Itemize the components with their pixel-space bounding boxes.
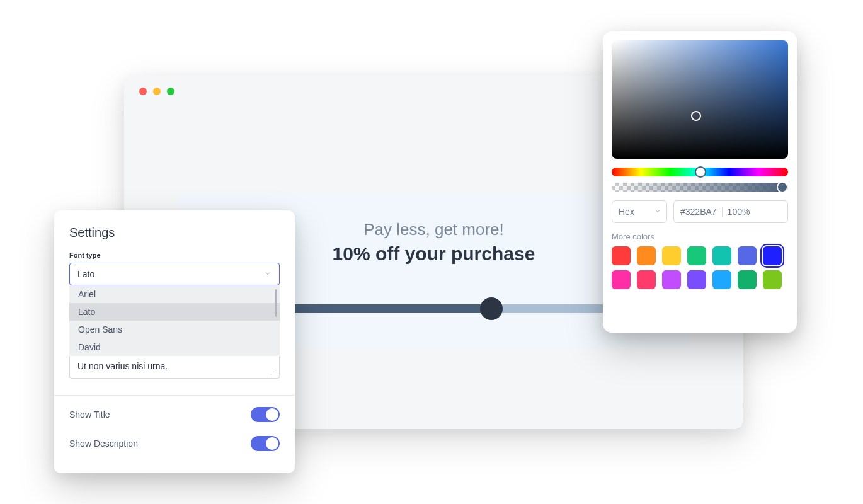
textarea-text: Ut non varius nisi urna. xyxy=(77,361,168,371)
swatch-orange[interactable] xyxy=(637,246,656,265)
font-select[interactable]: Lato xyxy=(69,263,280,285)
chevron-down-icon xyxy=(654,207,661,217)
color-format-select[interactable]: Hex xyxy=(612,200,667,223)
traffic-lights xyxy=(139,88,174,95)
minimize-window-icon[interactable] xyxy=(153,88,161,95)
font-option-david[interactable]: David xyxy=(69,338,280,356)
show-description-toggle[interactable] xyxy=(251,436,280,451)
font-option-lato[interactable]: Lato xyxy=(69,303,280,321)
swatch-sky[interactable] xyxy=(712,270,731,289)
settings-panel: Settings Font type Lato Ariel Lato Open … xyxy=(54,210,295,473)
promo-subtitle: Pay less, get more! xyxy=(363,220,504,239)
chevron-down-icon xyxy=(264,268,271,280)
toggle-knob xyxy=(266,437,278,450)
alpha-slider[interactable] xyxy=(612,183,788,192)
settings-title: Settings xyxy=(69,226,280,240)
swatch-emerald[interactable] xyxy=(738,270,757,289)
format-value: Hex xyxy=(619,207,634,217)
swatch-pink[interactable] xyxy=(612,270,631,289)
promo-title: 10% off your purchase xyxy=(333,243,535,265)
gradient-cursor[interactable] xyxy=(691,111,701,121)
swatch-lime[interactable] xyxy=(763,270,782,289)
hue-thumb[interactable] xyxy=(695,166,706,178)
swatch-teal[interactable] xyxy=(712,246,731,265)
swatch-magenta[interactable] xyxy=(662,270,681,289)
more-colors-label: More colors xyxy=(612,232,788,241)
swatch-rose[interactable] xyxy=(637,270,656,289)
dropdown-scrollbar[interactable] xyxy=(275,289,277,317)
swatch-yellow[interactable] xyxy=(662,246,681,265)
description-textarea[interactable]: Ut non varius nisi urna. ⋰ xyxy=(69,356,280,379)
swatch-blue[interactable] xyxy=(763,246,782,265)
alpha-thumb[interactable] xyxy=(777,181,788,193)
font-option-ariel[interactable]: Ariel xyxy=(69,285,280,303)
color-gradient-area[interactable] xyxy=(612,40,788,159)
show-description-label: Show Description xyxy=(69,438,138,449)
show-title-row: Show Title xyxy=(69,407,280,422)
swatch-row-2 xyxy=(612,270,788,289)
slider-thumb[interactable] xyxy=(480,297,503,320)
resize-handle-icon[interactable]: ⋰ xyxy=(270,369,277,375)
swatch-red[interactable] xyxy=(612,246,631,265)
show-title-toggle[interactable] xyxy=(251,407,280,422)
hex-value: #322BA7 xyxy=(680,207,722,217)
close-window-icon[interactable] xyxy=(139,88,147,95)
font-dropdown-list: Ariel Lato Open Sans David xyxy=(69,285,280,356)
font-select-value: Lato xyxy=(77,269,94,279)
color-picker-panel: Hex #322BA7 100% More colors xyxy=(603,32,797,333)
show-title-label: Show Title xyxy=(69,410,110,420)
swatch-green[interactable] xyxy=(687,246,706,265)
font-type-label: Font type xyxy=(69,251,280,259)
picker-inputs: Hex #322BA7 100% xyxy=(612,200,788,223)
opacity-value: 100% xyxy=(722,207,750,217)
hex-input[interactable]: #322BA7 100% xyxy=(673,200,788,223)
show-description-row: Show Description xyxy=(69,436,280,451)
swatch-row-1 xyxy=(612,246,788,265)
font-option-open-sans[interactable]: Open Sans xyxy=(69,321,280,338)
swatch-purple[interactable] xyxy=(687,270,706,289)
divider xyxy=(54,395,295,396)
maximize-window-icon[interactable] xyxy=(167,88,174,95)
swatch-indigo[interactable] xyxy=(738,246,757,265)
toggle-knob xyxy=(266,408,278,421)
hue-slider[interactable] xyxy=(612,168,788,176)
